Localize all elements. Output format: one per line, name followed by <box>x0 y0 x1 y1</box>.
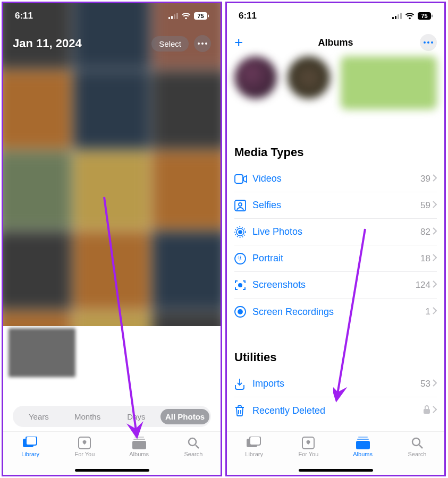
phone-library: 6:11 75 Jan 11, 2024 Select Years Months… <box>2 2 222 476</box>
row-label: Screenshots <box>252 279 416 291</box>
svg-point-4 <box>185 17 187 19</box>
for-you-icon <box>78 436 91 450</box>
utilities-section: Utilities Imports 53 Recently Deleted <box>234 351 437 424</box>
svg-rect-1 <box>171 16 173 19</box>
row-selfies[interactable]: Selfies 59 <box>234 192 437 219</box>
svg-rect-44 <box>358 437 368 438</box>
portrait-icon: f <box>234 253 252 264</box>
row-label: Imports <box>252 378 420 389</box>
view-segmented-control[interactable]: Years Months Days All Photos <box>13 406 211 427</box>
svg-rect-3 <box>176 13 178 19</box>
svg-rect-25 <box>432 15 433 18</box>
nav-title: Albums <box>318 37 353 48</box>
svg-rect-14 <box>133 439 145 440</box>
battery-icon: 75 <box>418 12 433 20</box>
search-icon <box>411 436 424 450</box>
photo-grid-background <box>2 2 222 346</box>
segment-years[interactable]: Years <box>14 409 63 424</box>
library-icon <box>23 436 38 450</box>
utilities-heading: Utilities <box>234 351 437 364</box>
svg-text:f: f <box>240 256 242 262</box>
row-count: 1 <box>426 306 430 317</box>
svg-point-31 <box>239 203 242 206</box>
battery-icon: 75 <box>194 12 209 20</box>
library-date-title: Jan 11, 2024 <box>13 37 82 50</box>
svg-point-8 <box>201 42 204 45</box>
status-bar: 6:11 75 <box>227 3 444 29</box>
cellular-icon <box>392 13 402 19</box>
albums-icon <box>356 436 370 450</box>
tab-bar: Library For You Albums Search <box>227 431 444 475</box>
status-indicators: 75 <box>392 12 433 20</box>
row-count: 53 <box>420 379 430 389</box>
row-label: Screen Recordings <box>252 306 426 318</box>
segment-months[interactable]: Months <box>63 409 112 424</box>
people-albums-row <box>234 56 437 131</box>
shared-album-card[interactable] <box>341 56 437 109</box>
chevron-right-icon <box>433 201 437 210</box>
status-time: 6:11 <box>15 11 33 21</box>
svg-point-28 <box>431 41 433 44</box>
svg-rect-2 <box>174 14 175 19</box>
lock-icon <box>423 405 430 416</box>
people-album-1[interactable] <box>234 56 277 131</box>
svg-point-9 <box>205 42 207 45</box>
chevron-right-icon <box>433 280 437 290</box>
row-recently-deleted[interactable]: Recently Deleted <box>234 397 437 424</box>
row-label: Recently Deleted <box>252 405 423 416</box>
segment-days[interactable]: Days <box>112 409 161 424</box>
tab-albums[interactable]: Albums <box>120 436 159 457</box>
row-screen-recordings[interactable]: Screen Recordings 1 <box>234 298 437 325</box>
tab-for-you[interactable]: For You <box>289 436 328 457</box>
cellular-icon <box>168 13 178 19</box>
row-count: 18 <box>420 253 430 264</box>
row-screenshots[interactable]: Screenshots 124 <box>234 272 437 298</box>
tab-for-you-label: For You <box>298 451 318 457</box>
row-portrait[interactable]: f Portrait 18 <box>234 245 437 272</box>
select-button[interactable]: Select <box>151 36 189 52</box>
chevron-right-icon <box>433 406 437 415</box>
tab-albums-label: Albums <box>129 451 149 457</box>
svg-point-32 <box>239 231 242 234</box>
tab-library[interactable]: Library <box>234 436 274 457</box>
segment-all-photos[interactable]: All Photos <box>160 409 209 424</box>
row-imports[interactable]: Imports 53 <box>234 371 437 397</box>
for-you-icon <box>302 436 315 450</box>
chevron-right-icon <box>433 307 437 317</box>
svg-rect-42 <box>250 437 260 445</box>
media-types-heading: Media Types <box>234 146 437 159</box>
row-count: 59 <box>420 200 430 211</box>
people-album-2[interactable] <box>288 56 330 131</box>
add-button[interactable]: + <box>234 34 243 51</box>
chevron-right-icon <box>433 227 437 237</box>
svg-point-7 <box>198 42 200 45</box>
chevron-right-icon <box>433 254 437 263</box>
row-live-photos[interactable]: Live Photos 82 <box>234 219 437 245</box>
last-thumbnail[interactable] <box>9 328 75 377</box>
tab-albums[interactable]: Albums <box>343 436 383 457</box>
tab-library-label: Library <box>21 451 39 457</box>
svg-rect-19 <box>392 17 394 19</box>
trash-icon <box>234 405 252 416</box>
tab-library[interactable]: Library <box>11 436 50 457</box>
tab-search[interactable]: Search <box>174 436 213 457</box>
svg-point-16 <box>189 438 196 446</box>
albums-icon <box>132 436 146 450</box>
tab-for-you[interactable]: For You <box>65 436 104 457</box>
more-button[interactable] <box>194 35 211 52</box>
home-indicator[interactable] <box>299 469 373 472</box>
wifi-icon <box>405 13 415 20</box>
svg-rect-21 <box>398 14 399 19</box>
tab-search-label: Search <box>184 451 202 457</box>
media-types-section: Media Types Videos 39 Selfies 59 Live Ph… <box>234 146 437 325</box>
svg-rect-6 <box>208 15 209 18</box>
nav-bar: + Albums <box>227 31 444 54</box>
row-videos[interactable]: Videos 39 <box>234 166 437 192</box>
svg-rect-0 <box>168 17 170 19</box>
tab-for-you-label: For You <box>74 451 95 457</box>
row-label: Videos <box>252 173 420 184</box>
more-button[interactable] <box>420 34 437 51</box>
home-indicator[interactable] <box>75 469 149 472</box>
screenshots-icon <box>234 279 252 291</box>
tab-search[interactable]: Search <box>398 436 437 457</box>
